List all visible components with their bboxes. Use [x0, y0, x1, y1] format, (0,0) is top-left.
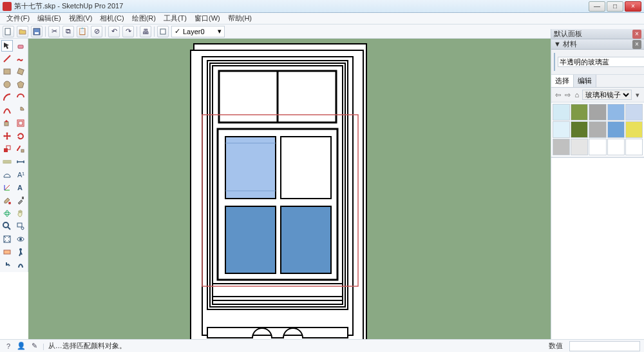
- back-icon[interactable]: ⇦: [554, 90, 562, 99]
- material-swatch[interactable]: [625, 139, 643, 155]
- geo-icon[interactable]: 👤: [17, 342, 26, 351]
- svg-rect-9: [5, 122, 8, 126]
- position-camera-icon[interactable]: [15, 259, 26, 271]
- tb-cut-icon[interactable]: ✂: [48, 26, 60, 37]
- tb-copy-icon[interactable]: ⧉: [62, 26, 74, 37]
- material-swatch[interactable]: [553, 104, 570, 121]
- tab-edit[interactable]: 编辑: [574, 75, 596, 87]
- tb-new-icon[interactable]: [3, 26, 14, 37]
- menu-file[interactable]: 文件(F): [3, 14, 33, 23]
- tab-select[interactable]: 选择: [551, 75, 574, 87]
- material-swatch[interactable]: [625, 104, 643, 121]
- material-thumbnail[interactable]: [554, 53, 555, 71]
- pie-tool-icon[interactable]: [15, 104, 26, 116]
- default-tray-header[interactable]: 默认面板 ×: [551, 29, 644, 39]
- line-tool-icon[interactable]: [1, 53, 13, 64]
- material-swatch[interactable]: [571, 121, 588, 138]
- tape-tool-icon[interactable]: [1, 156, 13, 168]
- freehand-tool-icon[interactable]: [15, 53, 26, 64]
- previous-view-icon[interactable]: [15, 233, 26, 245]
- materials-header[interactable]: ▼ 材料 ×: [551, 39, 644, 50]
- section-tool-icon[interactable]: [1, 246, 13, 258]
- text-tool-icon[interactable]: A¹: [15, 169, 26, 181]
- library-menu-icon[interactable]: ▾: [633, 90, 641, 99]
- toolbar-separator: [137, 26, 137, 37]
- material-swatch[interactable]: [571, 139, 588, 155]
- tb-undo-icon[interactable]: ↶: [108, 26, 120, 37]
- rotated-rect-tool-icon[interactable]: [15, 66, 26, 77]
- zoom-tool-icon[interactable]: [1, 220, 13, 232]
- svg-rect-3: [160, 29, 166, 34]
- look-tool-icon[interactable]: [1, 259, 13, 271]
- sample-tool-icon[interactable]: [15, 195, 26, 206]
- layer-selector[interactable]: ✓ ▾: [171, 26, 225, 37]
- material-swatch[interactable]: [589, 104, 606, 121]
- move-tool-icon[interactable]: [1, 130, 13, 142]
- viewport-3d[interactable]: [28, 39, 551, 339]
- material-swatch[interactable]: [553, 139, 570, 155]
- menu-help[interactable]: 帮助(H): [224, 14, 256, 23]
- protractor-tool-icon[interactable]: [1, 169, 13, 181]
- arc3-tool-icon[interactable]: [1, 104, 13, 116]
- dimension-tool-icon[interactable]: [15, 156, 26, 168]
- orbit-tool-icon[interactable]: [1, 208, 13, 219]
- material-name-input[interactable]: [558, 57, 644, 67]
- arc-tool-icon[interactable]: [1, 92, 13, 103]
- tb-open-icon[interactable]: [17, 26, 28, 37]
- circle-tool-icon[interactable]: [1, 79, 13, 90]
- zoom-window-tool-icon[interactable]: [15, 220, 26, 232]
- tb-model-icon[interactable]: [157, 26, 169, 37]
- material-swatch[interactable]: [589, 139, 606, 155]
- scale-tool-icon[interactable]: [1, 143, 13, 155]
- title-bar: 第十七节.skp - SketchUp Pro 2017 — □ ×: [0, 0, 644, 13]
- menu-draw[interactable]: 绘图(R): [128, 14, 160, 23]
- value-input[interactable]: [569, 341, 640, 351]
- minimize-button[interactable]: —: [589, 1, 605, 12]
- 3dtext-tool-icon[interactable]: A: [15, 182, 26, 193]
- material-swatch[interactable]: [553, 121, 570, 138]
- pushpull-tool-icon[interactable]: [1, 117, 13, 129]
- material-library-select[interactable]: 玻璃和镜子: [582, 90, 632, 100]
- select-tool-icon[interactable]: [1, 40, 13, 52]
- menu-view[interactable]: 视图(V): [65, 14, 97, 23]
- offset-tool-icon[interactable]: [15, 117, 26, 129]
- material-swatch[interactable]: [607, 121, 625, 138]
- tb-delete-icon[interactable]: ⊘: [91, 26, 102, 37]
- menu-bar: 文件(F) 编辑(E) 视图(V) 相机(C) 绘图(R) 工具(T) 窗口(W…: [0, 13, 644, 24]
- close-button[interactable]: ×: [625, 1, 641, 12]
- tb-paste-icon[interactable]: 📋: [77, 26, 88, 37]
- pan-tool-icon[interactable]: [15, 208, 26, 219]
- rectangle-tool-icon[interactable]: [1, 66, 13, 77]
- menu-tools[interactable]: 工具(T): [160, 14, 191, 23]
- arc2-tool-icon[interactable]: [15, 92, 26, 103]
- tb-redo-icon[interactable]: ↷: [122, 26, 134, 37]
- maximize-button[interactable]: □: [607, 1, 623, 12]
- tray-close-icon[interactable]: ×: [632, 30, 641, 39]
- material-swatch[interactable]: [571, 104, 588, 121]
- axes-tool-icon[interactable]: [1, 182, 13, 193]
- menu-camera[interactable]: 相机(C): [96, 14, 128, 23]
- menu-edit[interactable]: 编辑(E): [33, 14, 65, 23]
- credits-icon[interactable]: ✎: [30, 342, 39, 351]
- material-swatch[interactable]: [625, 121, 643, 138]
- svg-point-24: [21, 227, 24, 230]
- material-swatch[interactable]: [607, 139, 625, 155]
- tb-save-icon[interactable]: [31, 26, 43, 37]
- svg-rect-43: [281, 137, 331, 199]
- polygon-tool-icon[interactable]: [15, 79, 26, 90]
- walk-tool-icon[interactable]: [15, 246, 26, 258]
- zoom-extents-tool-icon[interactable]: [1, 233, 13, 245]
- layer-name-input[interactable]: [183, 28, 215, 35]
- home-icon[interactable]: ⌂: [573, 90, 582, 99]
- material-swatch[interactable]: [589, 121, 606, 138]
- followme-tool-icon[interactable]: [15, 143, 26, 155]
- tb-print-icon[interactable]: 🖶: [140, 26, 151, 37]
- forward-icon[interactable]: ⇨: [564, 90, 572, 99]
- eraser-tool-icon[interactable]: [15, 40, 26, 52]
- paint-tool-icon[interactable]: [1, 195, 13, 206]
- rotate-tool-icon[interactable]: [15, 130, 26, 142]
- menu-window[interactable]: 窗口(W): [191, 14, 224, 23]
- material-swatch[interactable]: [607, 104, 625, 121]
- materials-collapse-icon[interactable]: ×: [632, 40, 641, 49]
- help-icon[interactable]: ?: [4, 342, 13, 351]
